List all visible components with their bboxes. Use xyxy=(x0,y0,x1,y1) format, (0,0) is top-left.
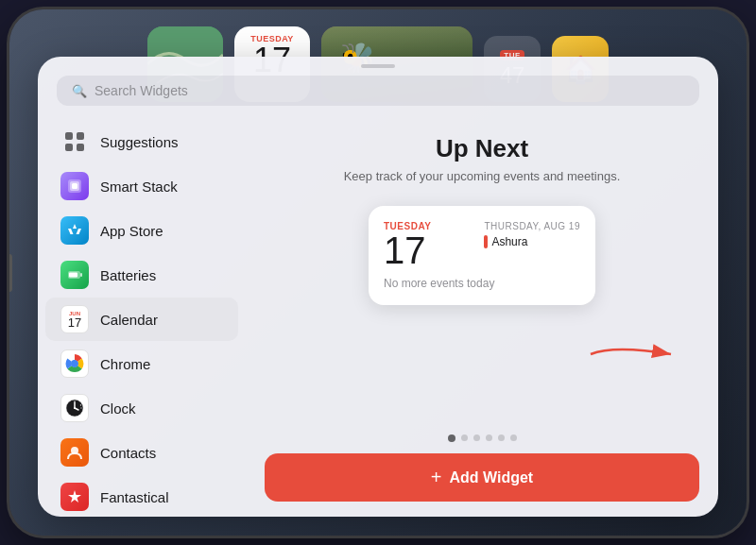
add-widget-plus: + xyxy=(431,467,442,488)
add-widget-label: Add Widget xyxy=(449,469,533,486)
clock-label: Clock xyxy=(100,400,136,417)
right-arrow xyxy=(586,335,680,373)
contacts-icon xyxy=(60,438,89,467)
event-name: Ashura xyxy=(491,235,527,248)
device-frame: TUESDAY 17 TUE 47 🏠 🔍 Search Widgets xyxy=(9,9,747,536)
clock-icon xyxy=(60,394,89,422)
cal-next-label: THURSDAY, AUG 19 xyxy=(484,221,580,231)
batteries-label: Batteries xyxy=(100,267,156,283)
smart-stack-icon xyxy=(60,172,89,200)
cal-event: Ashura xyxy=(484,235,527,248)
dot-2 xyxy=(461,434,468,441)
svg-rect-8 xyxy=(69,273,77,278)
sidebar-item-contacts[interactable]: Contacts xyxy=(45,431,238,474)
search-icon: 🔍 xyxy=(72,84,87,98)
arrow-container xyxy=(586,335,680,377)
widget-panel: 🔍 Search Widgets xyxy=(38,57,718,517)
suggestions-label: Suggestions xyxy=(100,134,179,150)
dot-1 xyxy=(448,434,455,442)
sidebar: Suggestions Smart Stack xyxy=(38,115,246,517)
app-store-icon xyxy=(60,216,89,245)
svg-point-17 xyxy=(74,407,76,409)
fantastical-label: Fantastical xyxy=(100,489,169,505)
calendar-widget-preview: TUESDAY 17 THURSDAY, AUG 19 Ashura xyxy=(369,206,595,305)
sidebar-item-calendar[interactable]: JUN 17 Calendar xyxy=(45,298,238,341)
sidebar-item-app-store[interactable]: App Store xyxy=(45,209,238,252)
panel-content: Suggestions Smart Stack xyxy=(38,115,718,517)
cal-widget-day-num: 17 xyxy=(384,231,431,269)
dot-5 xyxy=(498,434,505,441)
calendar-icon: JUN 17 xyxy=(60,305,89,333)
dot-3 xyxy=(473,434,480,441)
chrome-label: Chrome xyxy=(100,356,150,372)
cal-widget-top: TUESDAY 17 THURSDAY, AUG 19 Ashura xyxy=(384,221,580,269)
sidebar-item-fantastical[interactable]: Fantastical xyxy=(45,475,238,517)
cal-widget-no-events: No more events today xyxy=(384,277,580,290)
chrome-icon xyxy=(60,349,89,378)
fantastical-icon xyxy=(60,483,89,511)
pull-indicator xyxy=(38,57,718,72)
suggestions-icon xyxy=(60,128,89,156)
search-bar-container: 🔍 Search Widgets xyxy=(38,72,718,115)
svg-rect-9 xyxy=(80,273,82,277)
search-bar[interactable]: 🔍 Search Widgets xyxy=(57,76,699,106)
pull-bar xyxy=(361,64,395,68)
dot-6 xyxy=(510,434,517,441)
batteries-icon xyxy=(60,261,89,289)
main-area: Up Next Keep track of your upcoming even… xyxy=(246,115,718,517)
svg-point-12 xyxy=(72,361,78,367)
widget-title: Up Next xyxy=(436,134,528,163)
smart-stack-label: Smart Stack xyxy=(100,179,178,195)
svg-rect-0 xyxy=(65,132,73,140)
cal-widget-right: THURSDAY, AUG 19 Ashura xyxy=(484,221,580,269)
widget-subtitle: Keep track of your upcoming events and m… xyxy=(344,169,621,183)
event-dot xyxy=(484,235,488,248)
calendar-label: Calendar xyxy=(100,312,158,328)
svg-rect-1 xyxy=(77,132,84,140)
pagination-dots xyxy=(448,434,517,442)
search-placeholder: Search Widgets xyxy=(94,83,188,98)
sidebar-item-smart-stack[interactable]: Smart Stack xyxy=(45,164,238,208)
svg-line-19 xyxy=(80,405,81,406)
cal-icon-num: 17 xyxy=(68,316,81,329)
svg-rect-3 xyxy=(77,144,84,151)
app-store-label: App Store xyxy=(100,223,163,239)
side-handle xyxy=(9,254,12,292)
sidebar-item-suggestions[interactable]: Suggestions xyxy=(45,120,238,163)
dot-4 xyxy=(486,434,492,441)
device-screen: TUESDAY 17 TUE 47 🏠 🔍 Search Widgets xyxy=(9,9,747,536)
sidebar-item-clock[interactable]: Clock xyxy=(45,386,238,430)
sidebar-item-chrome[interactable]: Chrome xyxy=(45,342,238,385)
svg-rect-2 xyxy=(65,144,73,151)
svg-rect-6 xyxy=(72,183,77,189)
contacts-label: Contacts xyxy=(100,445,156,461)
cal-widget-left: TUESDAY 17 xyxy=(384,221,431,269)
sidebar-item-batteries[interactable]: Batteries xyxy=(45,253,238,297)
add-widget-button[interactable]: + Add Widget xyxy=(265,453,699,502)
